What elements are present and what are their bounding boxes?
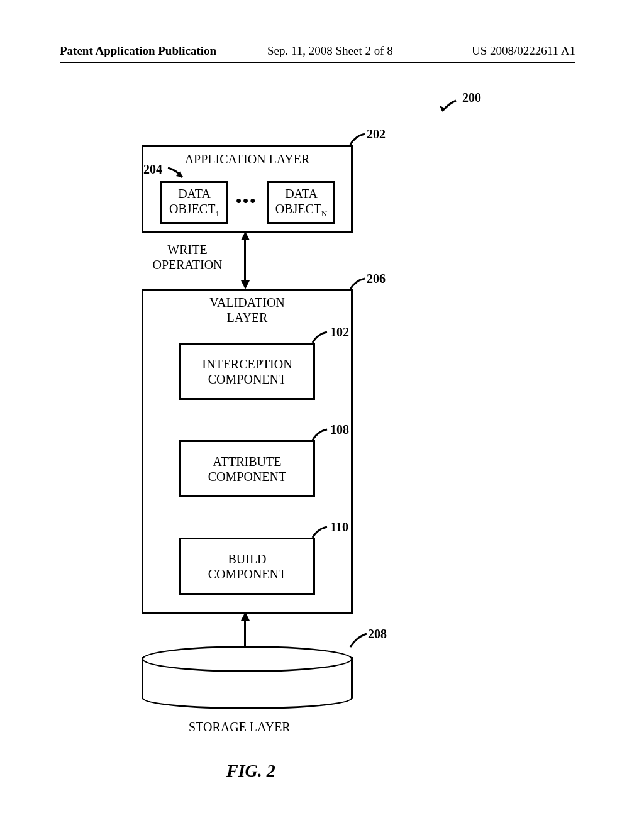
attribute-component-label: ATTRIBUTE COMPONENT [208, 454, 286, 484]
ref-108: 108 [330, 423, 349, 437]
build-component-box: BUILD COMPONENT [179, 538, 315, 595]
storage-layer-cylinder [142, 657, 349, 711]
ref-200: 200 [462, 91, 481, 105]
data-object-1-label: DATA OBJECT1 [169, 186, 219, 219]
data-object-ellipsis: ••• [236, 192, 257, 211]
ref-204-lead [167, 165, 189, 180]
figure-diagram: 200 APPLICATION LAYER 202 204 DATA OBJEC… [107, 88, 547, 717]
interception-component-label: INTERCEPTION COMPONENT [202, 357, 292, 387]
ref-208: 208 [368, 627, 387, 641]
interception-component-box: INTERCEPTION COMPONENT [179, 343, 315, 400]
ref-204: 204 [143, 162, 162, 177]
ref-102: 102 [330, 325, 349, 340]
write-operation-label: WRITE OPERATION [147, 242, 228, 272]
header-date-sheet: Sep. 11, 2008 Sheet 2 of 8 [267, 44, 393, 58]
validation-layer-title: VALIDATION LAYER [143, 295, 351, 325]
data-object-n-label: DATA OBJECTN [275, 186, 328, 219]
ref-200-lead [437, 97, 462, 116]
page-header: Patent Application Publication Sep. 11, … [0, 44, 644, 63]
data-object-1-box: DATA OBJECT1 [160, 181, 228, 224]
attribute-component-box: ATTRIBUTE COMPONENT [179, 440, 315, 497]
data-object-n-box: DATA OBJECTN [267, 181, 335, 224]
ref-206: 206 [367, 272, 386, 286]
ref-110: 110 [330, 520, 348, 534]
ref-202: 202 [367, 127, 386, 141]
figure-number: FIG. 2 [226, 761, 275, 781]
storage-layer-label: STORAGE LAYER [189, 720, 291, 734]
header-pub-number: US 2008/0222611 A1 [472, 44, 575, 58]
build-component-label: BUILD COMPONENT [208, 551, 286, 582]
header-publication: Patent Application Publication [60, 44, 216, 58]
